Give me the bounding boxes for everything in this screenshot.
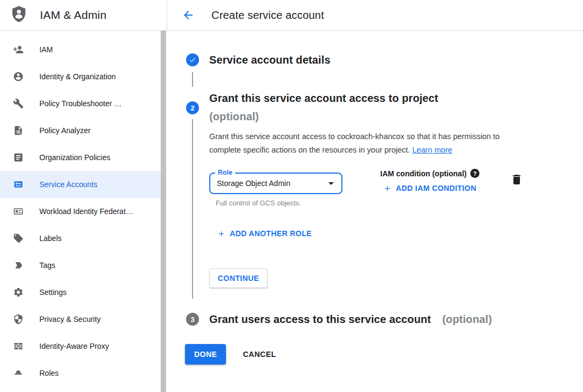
sidebar-item-label: IAM	[39, 45, 53, 54]
sidebar-item-tags[interactable]: Tags	[0, 252, 161, 279]
sidebar-item-label: Workload Identity Federat…	[39, 207, 133, 216]
person-add-icon	[13, 44, 24, 55]
iam-condition-label: IAM condition (optional)	[380, 169, 467, 178]
policy-analyzer-icon	[13, 125, 24, 136]
delete-role-trash-icon[interactable]	[510, 173, 523, 186]
done-button[interactable]: DONE	[185, 344, 226, 365]
product-title: IAM & Admin	[40, 9, 107, 22]
document-lines-icon	[13, 152, 24, 163]
page-title: Create service account	[211, 9, 324, 22]
add-another-role-button[interactable]: ADD ANOTHER ROLE	[217, 229, 565, 238]
proxy-grid-icon	[13, 341, 24, 352]
app-window: IAM & Admin Create service account IAM I…	[0, 0, 583, 392]
sidebar-item-label: Policy Analyzer	[39, 126, 91, 135]
chevron-down-icon	[328, 182, 334, 185]
step-2-title-block: Grant this service account access to pro…	[209, 89, 438, 126]
step-2-optional-label: (optional)	[209, 107, 438, 126]
step-2-description: Grant this service account access to coc…	[209, 130, 529, 157]
iam-condition-label-row: IAM condition (optional) ?	[380, 169, 479, 178]
sidebar-item-identity-organization[interactable]: Identity & Organization	[0, 63, 161, 90]
sidebar-item-label: Roles	[39, 369, 59, 377]
sidebar-item-label: Settings	[39, 288, 67, 297]
sidebar-item-policy-analyzer[interactable]: Policy Analyzer	[0, 117, 161, 144]
step-1-service-account-details[interactable]: Service account details	[186, 53, 331, 66]
wrench-icon	[13, 98, 24, 109]
step-connector	[192, 119, 193, 299]
description-text: Grant this service account access to coc…	[209, 132, 499, 154]
label-icon	[13, 233, 24, 244]
main-content: Service account details 2 Grant this ser…	[167, 31, 583, 392]
sidebar-item-organization-policies[interactable]: Organization Policies	[0, 144, 161, 171]
role-field-label: Role	[215, 169, 235, 176]
role-selected-value: Storage Object Admin	[217, 179, 290, 188]
iam-condition-block: IAM condition (optional) ? ADD IAM CONDI…	[380, 169, 479, 192]
help-icon[interactable]: ?	[470, 169, 479, 178]
plus-icon	[217, 230, 225, 238]
sidebar-item-workload-identity-federation[interactable]: Workload Identity Federat…	[0, 198, 161, 225]
plus-icon	[383, 184, 392, 192]
sidebar-item-labels[interactable]: Labels	[0, 225, 161, 252]
sidebar-item-service-accounts[interactable]: Service Accounts	[0, 171, 161, 198]
sidebar-item-label: Identity-Aware Proxy	[39, 342, 109, 350]
top-header: IAM & Admin Create service account	[0, 0, 583, 31]
step-2-number-badge: 2	[186, 101, 199, 114]
sidebar-item-iam[interactable]: IAM	[0, 36, 161, 63]
step-connector	[192, 72, 193, 87]
step-2-body: Grant this service account access to coc…	[209, 130, 565, 288]
add-iam-condition-button[interactable]: ADD IAM CONDITION	[383, 184, 476, 192]
step-3-grant-users-access: 3 Grant users access to this service acc…	[186, 313, 492, 326]
sidebar-item-privacy-security[interactable]: Privacy & Security	[0, 306, 161, 333]
sidebar-item-label: Organization Policies	[39, 153, 111, 162]
page-header: Create service account	[167, 0, 583, 30]
tag-icon	[13, 260, 24, 271]
sidebar-item-label: Policy Troubleshooter …	[39, 99, 122, 108]
iam-admin-shield-icon	[10, 3, 28, 27]
sidebar-item-label: Labels	[39, 234, 61, 243]
sidebar-item-roles[interactable]: Roles	[0, 360, 161, 387]
sidebar-item-label: Service Accounts	[39, 180, 97, 189]
service-account-icon	[13, 179, 24, 190]
hat-icon	[13, 368, 24, 379]
sidebar-item-policy-troubleshooter[interactable]: Policy Troubleshooter …	[0, 90, 161, 117]
step-3-title: Grant users access to this service accou…	[209, 313, 431, 326]
role-helper-text: Full control of GCS objects.	[216, 199, 565, 207]
shield-half-icon	[13, 314, 24, 325]
identity-card-icon	[13, 206, 24, 217]
learn-more-link[interactable]: Learn more	[412, 146, 452, 154]
product-header: IAM & Admin	[0, 0, 167, 30]
sidebar-scrollbar	[161, 31, 167, 392]
sidebar-item-identity-aware-proxy[interactable]: Identity-Aware Proxy	[0, 333, 161, 360]
step-3-optional-label: (optional)	[442, 313, 492, 326]
sidebar-item-label: Identity & Organization	[39, 72, 116, 81]
form-actions: DONE CANCEL	[185, 344, 276, 365]
role-fields-row: Role Storage Object Admin Full control o…	[209, 173, 565, 207]
account-circle-icon	[13, 71, 24, 82]
step-3-number-badge: 3	[186, 313, 199, 326]
role-select-dropdown[interactable]: Role Storage Object Admin	[209, 173, 342, 194]
step-1-completed-badge	[186, 53, 199, 66]
sidebar-item-label: Tags	[39, 261, 56, 270]
check-icon	[189, 56, 196, 64]
back-arrow-icon[interactable]	[182, 9, 195, 22]
sidebar-scrollbar-thumb[interactable]	[161, 31, 166, 392]
sidebar: IAM Identity & Organization Policy Troub…	[0, 31, 161, 392]
add-another-role-label: ADD ANOTHER ROLE	[230, 229, 312, 238]
gear-icon	[13, 287, 24, 298]
sidebar-item-settings[interactable]: Settings	[0, 279, 161, 306]
step-1-title: Service account details	[209, 54, 331, 66]
continue-button[interactable]: CONTINUE	[209, 269, 268, 288]
cancel-button[interactable]: CANCEL	[243, 350, 276, 359]
add-iam-condition-label: ADD IAM CONDITION	[396, 184, 476, 192]
sidebar-item-label: Privacy & Security	[39, 315, 101, 324]
step-2-title: Grant this service account access to pro…	[209, 89, 438, 107]
